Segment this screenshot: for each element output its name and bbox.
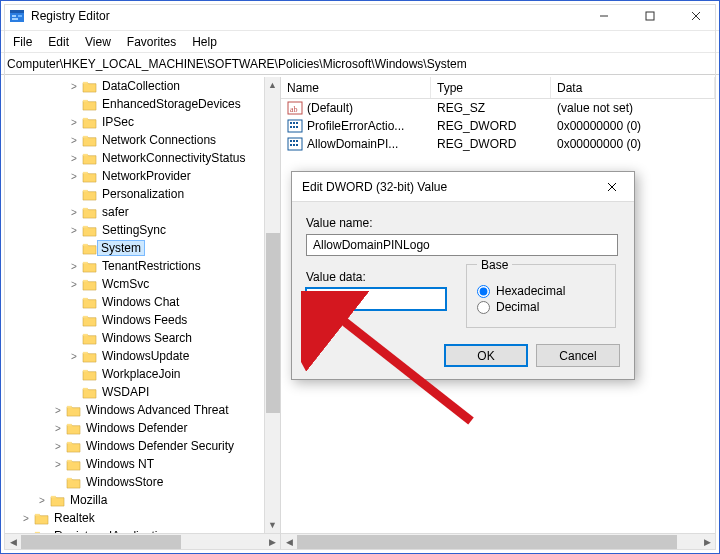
tree-item-label: WindowsUpdate bbox=[101, 349, 189, 363]
tree-item[interactable]: >EnhancedStorageDevices bbox=[5, 95, 264, 113]
radio-decimal-input[interactable] bbox=[477, 301, 490, 314]
tree-item[interactable]: >System bbox=[5, 239, 264, 257]
tree-hscroll[interactable]: ◀ ▶ bbox=[5, 533, 280, 549]
tree-item-label: TenantRestrictions bbox=[101, 259, 201, 273]
chevron-right-icon[interactable]: > bbox=[67, 207, 81, 218]
folder-icon bbox=[81, 385, 97, 399]
dword-value-icon bbox=[287, 136, 303, 152]
tree-item-label: Realtek bbox=[53, 511, 95, 525]
chevron-right-icon[interactable]: > bbox=[51, 459, 65, 470]
tree-item[interactable]: >Windows Search bbox=[5, 329, 264, 347]
tree-item-label: Windows Search bbox=[101, 331, 192, 345]
tree-item[interactable]: >Windows NT bbox=[5, 455, 264, 473]
tree-item[interactable]: >NetworkProvider bbox=[5, 167, 264, 185]
folder-icon bbox=[65, 475, 81, 489]
ok-button[interactable]: OK bbox=[444, 344, 528, 367]
tree-item[interactable]: >WorkplaceJoin bbox=[5, 365, 264, 383]
tree-item[interactable]: >Realtek bbox=[5, 509, 264, 527]
dword-value-icon bbox=[287, 118, 303, 134]
chevron-right-icon[interactable]: > bbox=[51, 441, 65, 452]
svg-rect-16 bbox=[83, 207, 88, 209]
columns: Name Type Data bbox=[281, 77, 715, 99]
folder-icon bbox=[65, 439, 81, 453]
radio-decimal[interactable]: Decimal bbox=[477, 297, 605, 317]
tree-item[interactable]: >WSDAPI bbox=[5, 383, 264, 401]
svg-rect-22 bbox=[83, 315, 88, 317]
chevron-right-icon[interactable]: > bbox=[19, 513, 33, 524]
tree-item[interactable]: >Windows Feeds bbox=[5, 311, 264, 329]
tree-item-label: Network Connections bbox=[101, 133, 216, 147]
folder-icon bbox=[81, 295, 97, 309]
tree-item[interactable]: >NetworkConnectivityStatus bbox=[5, 149, 264, 167]
tree-item[interactable]: >safer bbox=[5, 203, 264, 221]
list-row[interactable]: ProfileErrorActio...REG_DWORD0x00000000 … bbox=[281, 117, 715, 135]
folder-icon bbox=[81, 205, 97, 219]
svg-rect-15 bbox=[83, 189, 88, 191]
tree-item[interactable]: >Network Connections bbox=[5, 131, 264, 149]
tree-item-label: Windows Advanced Threat bbox=[85, 403, 229, 417]
list-row[interactable]: ab(Default)REG_SZ(value not set) bbox=[281, 99, 715, 117]
chevron-right-icon[interactable]: > bbox=[67, 279, 81, 290]
edit-dword-dialog: Edit DWORD (32-bit) Value Value name: Va… bbox=[291, 171, 635, 380]
folder-icon bbox=[81, 331, 97, 345]
radio-hexadecimal-input[interactable] bbox=[477, 285, 490, 298]
col-name[interactable]: Name bbox=[281, 77, 431, 98]
svg-rect-9 bbox=[83, 81, 88, 83]
chevron-right-icon[interactable]: > bbox=[67, 117, 81, 128]
cell-type: REG_DWORD bbox=[431, 137, 551, 151]
tree-item[interactable]: >WcmSvc bbox=[5, 275, 264, 293]
tree-item[interactable]: >Windows Defender Security bbox=[5, 437, 264, 455]
svg-rect-13 bbox=[83, 153, 88, 155]
col-data[interactable]: Data bbox=[551, 77, 715, 98]
tree-item-label: Windows Defender bbox=[85, 421, 187, 435]
cancel-button[interactable]: Cancel bbox=[536, 344, 620, 367]
tree-item[interactable]: >DataCollection bbox=[5, 77, 264, 95]
folder-icon bbox=[81, 241, 97, 255]
list-hscroll[interactable]: ◀ ▶ bbox=[281, 533, 715, 549]
cell-data: (value not set) bbox=[551, 101, 715, 115]
tree-item[interactable]: >TenantRestrictions bbox=[5, 257, 264, 275]
folder-icon bbox=[81, 133, 97, 147]
tree-item[interactable]: >WindowsStore bbox=[5, 473, 264, 491]
chevron-right-icon[interactable]: > bbox=[67, 171, 81, 182]
svg-rect-11 bbox=[83, 117, 88, 119]
tree-item[interactable]: >WindowsUpdate bbox=[5, 347, 264, 365]
tree[interactable]: >DataCollection>EnhancedStorageDevices>I… bbox=[5, 77, 264, 533]
tree-item[interactable]: >Windows Advanced Threat bbox=[5, 401, 264, 419]
folder-icon bbox=[81, 259, 97, 273]
chevron-right-icon[interactable]: > bbox=[67, 261, 81, 272]
tree-item[interactable]: >Windows Chat bbox=[5, 293, 264, 311]
svg-rect-33 bbox=[35, 513, 40, 515]
svg-rect-40 bbox=[296, 122, 298, 124]
col-type[interactable]: Type bbox=[431, 77, 551, 98]
tree-item[interactable]: >SettingSync bbox=[5, 221, 264, 239]
chevron-right-icon[interactable]: > bbox=[67, 225, 81, 236]
svg-rect-41 bbox=[290, 126, 292, 128]
svg-rect-24 bbox=[83, 351, 88, 353]
tree-item[interactable]: >Personalization bbox=[5, 185, 264, 203]
tree-item[interactable]: >Windows Defender bbox=[5, 419, 264, 437]
tree-item-label: WSDAPI bbox=[101, 385, 149, 399]
chevron-right-icon[interactable]: > bbox=[51, 423, 65, 434]
tree-vscroll[interactable]: ▲ ▼ bbox=[264, 77, 280, 533]
app-window: Registry Editor File Edit View Favorites… bbox=[0, 0, 720, 554]
svg-text:ab: ab bbox=[290, 105, 298, 114]
chevron-right-icon[interactable]: > bbox=[67, 351, 81, 362]
cell-data: 0x00000000 (0) bbox=[551, 119, 715, 133]
tree-item[interactable]: >IPSec bbox=[5, 113, 264, 131]
chevron-right-icon[interactable]: > bbox=[67, 135, 81, 146]
tree-item-label: Personalization bbox=[101, 187, 184, 201]
chevron-right-icon[interactable]: > bbox=[35, 495, 49, 506]
chevron-right-icon[interactable]: > bbox=[51, 405, 65, 416]
list-row[interactable]: AllowDomainPI...REG_DWORD0x00000000 (0) bbox=[281, 135, 715, 153]
value-name-field bbox=[306, 234, 618, 256]
svg-rect-29 bbox=[67, 441, 72, 443]
tree-item-label: IPSec bbox=[101, 115, 134, 129]
dialog-close-button[interactable] bbox=[590, 172, 634, 201]
value-data-field[interactable] bbox=[306, 288, 446, 310]
chevron-right-icon[interactable]: > bbox=[67, 153, 81, 164]
tree-item[interactable]: >Mozilla bbox=[5, 491, 264, 509]
folder-icon bbox=[65, 421, 81, 435]
dialog-titlebar[interactable]: Edit DWORD (32-bit) Value bbox=[292, 172, 634, 202]
chevron-right-icon[interactable]: > bbox=[67, 81, 81, 92]
